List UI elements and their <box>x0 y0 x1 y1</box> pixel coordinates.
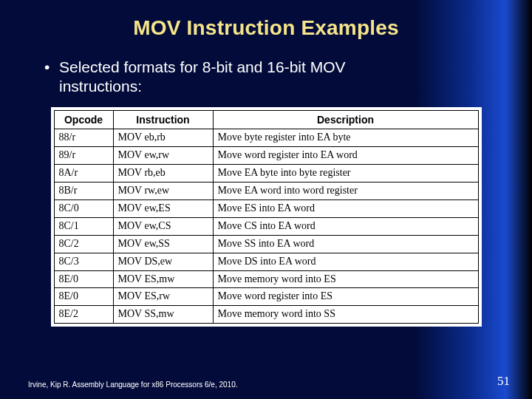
cell-opcode: 8A/r <box>54 165 113 183</box>
cell-opcode: 8C/2 <box>54 235 113 253</box>
table-row: 8A/rMOV rb,ebMove EA byte into byte regi… <box>54 165 478 183</box>
cell-opcode: 88/r <box>54 129 113 147</box>
cell-description: Move SS into EA word <box>213 235 478 253</box>
cell-instruction: MOV rb,eb <box>113 165 213 183</box>
cell-opcode: 8E/0 <box>54 288 113 306</box>
bullet-block: •Selected formats for 8-bit and 16-bit M… <box>0 47 532 97</box>
cell-instruction: MOV ew,rw <box>113 147 213 165</box>
cell-instruction: MOV rw,ew <box>113 183 213 200</box>
cell-opcode: 8E/0 <box>54 270 113 288</box>
cell-opcode: 8B/r <box>54 183 113 200</box>
cell-description: Move ES into EA word <box>213 200 478 217</box>
cell-description: Move EA word into word register <box>213 183 478 200</box>
table-row: 8C/2MOV ew,SSMove SS into EA word <box>54 235 478 253</box>
table-row: 8E/2MOV SS,mwMove memory word into SS <box>54 306 478 324</box>
cell-description: Move DS into EA word <box>213 253 478 270</box>
cell-instruction: MOV eb,rb <box>113 129 213 147</box>
page-number: 51 <box>497 374 510 389</box>
bullet-line-2: instructions: <box>44 77 488 96</box>
cell-description: Move memory word into SS <box>213 306 478 324</box>
opcode-table-wrap: Opcode Instruction Description 88/rMOV e… <box>51 107 482 327</box>
slide: MOV Instruction Examples •Selected forma… <box>0 0 532 399</box>
bullet-dot: • <box>44 58 59 77</box>
table-row: 89/rMOV ew,rwMove word register into EA … <box>54 147 478 165</box>
cell-opcode: 8C/3 <box>54 253 113 270</box>
slide-title: MOV Instruction Examples <box>0 0 532 47</box>
cell-instruction: MOV SS,mw <box>113 306 213 324</box>
cell-opcode: 8E/2 <box>54 306 113 324</box>
cell-instruction: MOV ES,rw <box>113 288 213 306</box>
cell-opcode: 8C/0 <box>54 200 113 217</box>
footer: Irvine, Kip R. Assembly Language for x86… <box>28 374 510 389</box>
table-row: 8C/1MOV ew,CSMove CS into EA word <box>54 217 478 235</box>
cell-description: Move byte register into EA byte <box>213 129 478 147</box>
cell-description: Move memory word into ES <box>213 270 478 288</box>
table-header-row: Opcode Instruction Description <box>54 110 478 129</box>
bullet-line-1: •Selected formats for 8-bit and 16-bit M… <box>44 58 488 77</box>
header-instruction: Instruction <box>113 110 213 129</box>
cell-opcode: 8C/1 <box>54 217 113 235</box>
cell-instruction: MOV ew,ES <box>113 200 213 217</box>
footer-citation: Irvine, Kip R. Assembly Language for x86… <box>28 381 238 389</box>
table-row: 8B/rMOV rw,ewMove EA word into word regi… <box>54 183 478 200</box>
cell-instruction: MOV ES,mw <box>113 270 213 288</box>
header-opcode: Opcode <box>54 110 113 129</box>
cell-description: Move word register into ES <box>213 288 478 306</box>
table-row: 88/rMOV eb,rbMove byte register into EA … <box>54 129 478 147</box>
cell-description: Move word register into EA word <box>213 147 478 165</box>
opcode-table: Opcode Instruction Description 88/rMOV e… <box>54 110 479 324</box>
table-row: 8C/0MOV ew,ESMove ES into EA word <box>54 200 478 217</box>
cell-instruction: MOV ew,CS <box>113 217 213 235</box>
cell-description: Move EA byte into byte register <box>213 165 478 183</box>
table-row: 8E/0MOV ES,mwMove memory word into ES <box>54 270 478 288</box>
cell-instruction: MOV DS,ew <box>113 253 213 270</box>
cell-instruction: MOV ew,SS <box>113 235 213 253</box>
table-row: 8E/0MOV ES,rwMove word register into ES <box>54 288 478 306</box>
cell-opcode: 89/r <box>54 147 113 165</box>
bullet-text-1: Selected formats for 8-bit and 16-bit MO… <box>59 58 346 75</box>
header-description: Description <box>213 110 478 129</box>
cell-description: Move CS into EA word <box>213 217 478 235</box>
table-row: 8C/3MOV DS,ewMove DS into EA word <box>54 253 478 270</box>
